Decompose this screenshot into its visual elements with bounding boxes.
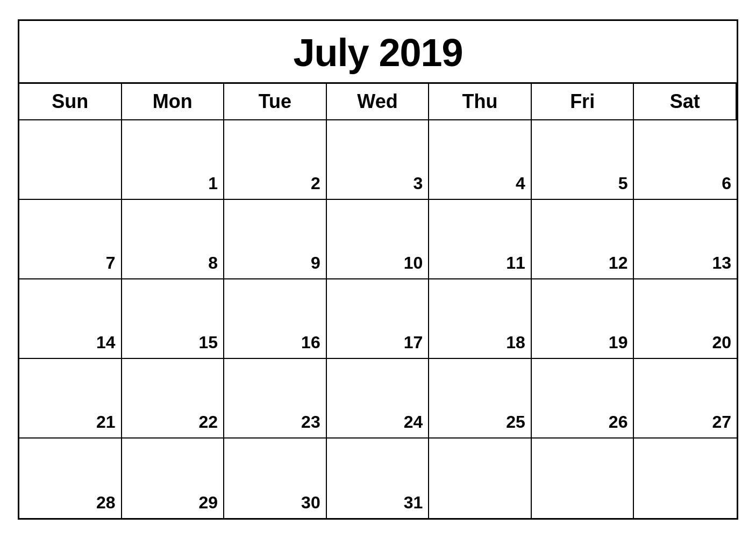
day-number: 10	[404, 253, 423, 273]
day-number: 26	[609, 412, 628, 432]
day-number: 4	[516, 174, 525, 193]
day-header-sat: Sat	[634, 84, 737, 120]
day-number: 3	[413, 174, 423, 193]
day-number: 11	[506, 253, 525, 273]
day-cell[interactable]: 8	[122, 200, 225, 279]
day-cell[interactable]: 2	[224, 120, 327, 200]
day-number: 30	[301, 493, 320, 513]
day-number: 5	[618, 174, 628, 193]
day-cell[interactable]: 22	[122, 359, 225, 439]
day-header-mon: Mon	[122, 84, 225, 120]
day-number: 17	[404, 333, 423, 353]
day-cell[interactable]: 27	[634, 359, 737, 439]
day-cell[interactable]: 26	[532, 359, 634, 439]
day-cell[interactable]: 28	[19, 439, 122, 518]
day-cell[interactable]	[429, 439, 532, 518]
day-cell[interactable]: 17	[327, 279, 430, 359]
day-cell[interactable]: 25	[429, 359, 532, 439]
day-header-fri: Fri	[532, 84, 634, 120]
day-header-thu: Thu	[429, 84, 532, 120]
day-cell[interactable]: 16	[224, 279, 327, 359]
day-number: 29	[199, 493, 218, 513]
day-number: 23	[301, 412, 320, 432]
day-number: 24	[404, 412, 423, 432]
calendar-grid: SunMonTueWedThuFriSat1234567891011121314…	[19, 84, 737, 518]
day-cell[interactable]: 5	[532, 120, 634, 200]
day-cell[interactable]: 19	[532, 279, 634, 359]
day-cell[interactable]: 29	[122, 439, 225, 518]
day-number: 7	[106, 253, 116, 273]
day-cell[interactable]: 15	[122, 279, 225, 359]
calendar: July 2019 SunMonTueWedThuFriSat123456789…	[18, 19, 738, 520]
day-cell[interactable]: 10	[327, 200, 430, 279]
day-cell[interactable]: 31	[327, 439, 430, 518]
day-number: 6	[722, 174, 731, 193]
day-cell[interactable]: 9	[224, 200, 327, 279]
day-header-wed: Wed	[327, 84, 430, 120]
day-cell[interactable]: 14	[19, 279, 122, 359]
day-cell[interactable]: 24	[327, 359, 430, 439]
day-number: 8	[208, 253, 218, 273]
day-number: 27	[712, 412, 731, 432]
day-cell[interactable]: 1	[122, 120, 225, 200]
day-cell[interactable]: 4	[429, 120, 532, 200]
day-cell[interactable]: 12	[532, 200, 634, 279]
day-cell[interactable]: 3	[327, 120, 430, 200]
day-header-tue: Tue	[224, 84, 327, 120]
day-number: 13	[712, 253, 731, 273]
day-number: 9	[311, 253, 320, 273]
day-cell[interactable]: 6	[634, 120, 737, 200]
day-number: 28	[96, 493, 116, 513]
day-cell[interactable]: 13	[634, 200, 737, 279]
calendar-title: July 2019	[19, 21, 737, 84]
day-number: 25	[506, 412, 525, 432]
day-number: 18	[506, 333, 525, 353]
day-cell[interactable]: 30	[224, 439, 327, 518]
day-number: 20	[712, 333, 731, 353]
day-cell[interactable]	[532, 439, 634, 518]
day-cell[interactable]: 11	[429, 200, 532, 279]
day-number: 21	[96, 412, 116, 432]
day-number: 31	[404, 493, 423, 513]
day-number: 16	[301, 333, 320, 353]
day-number: 15	[199, 333, 218, 353]
day-number: 1	[208, 174, 218, 193]
day-cell[interactable]	[19, 120, 122, 200]
day-cell[interactable]: 21	[19, 359, 122, 439]
day-cell[interactable]: 7	[19, 200, 122, 279]
day-cell[interactable]: 20	[634, 279, 737, 359]
day-cell[interactable]: 18	[429, 279, 532, 359]
day-number: 22	[199, 412, 218, 432]
day-number: 12	[609, 253, 628, 273]
day-cell[interactable]: 23	[224, 359, 327, 439]
day-number: 14	[96, 333, 116, 353]
day-header-sun: Sun	[19, 84, 122, 120]
day-number: 19	[609, 333, 628, 353]
day-number: 2	[311, 174, 320, 193]
day-cell[interactable]	[634, 439, 737, 518]
